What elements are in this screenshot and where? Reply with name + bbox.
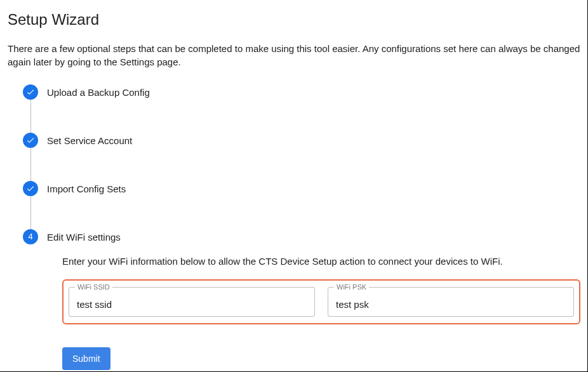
step-upload-backup[interactable]: Upload a Backup Config	[23, 84, 580, 133]
step-connector	[30, 196, 31, 229]
wifi-psk-field: WiFi PSK	[328, 287, 574, 317]
wifi-fields-highlight: WiFi SSID WiFi PSK	[62, 279, 580, 324]
wifi-psk-label: WiFi PSK	[334, 282, 369, 292]
check-icon	[23, 133, 38, 148]
step-label: Edit WiFi settings	[38, 229, 121, 244]
wifi-ssid-label: WiFi SSID	[75, 282, 112, 292]
stepper: Upload a Backup Config Set Service Accou…	[23, 84, 580, 370]
check-icon	[23, 84, 38, 100]
step-connector	[30, 148, 31, 181]
step-import-config[interactable]: Import Config Sets	[23, 181, 580, 229]
page-title: Setup Wizard	[8, 9, 580, 30]
wifi-helper-text: Enter your WiFi information below to all…	[62, 255, 580, 268]
step-label: Import Config Sets	[38, 181, 126, 196]
step-service-account[interactable]: Set Service Account	[23, 133, 580, 181]
check-icon	[23, 181, 38, 196]
step-label: Upload a Backup Config	[38, 84, 150, 99]
intro-text: There are a few optional steps that can …	[8, 42, 580, 70]
submit-button[interactable]: Submit	[62, 347, 110, 370]
wifi-ssid-field: WiFi SSID	[69, 287, 315, 317]
step-number-icon: 4	[23, 229, 38, 244]
step-label: Set Service Account	[38, 133, 132, 147]
wifi-step-body: Enter your WiFi information below to all…	[62, 255, 580, 370]
step-connector	[30, 100, 31, 133]
step-edit-wifi[interactable]: 4 Edit WiFi settings	[23, 229, 580, 244]
